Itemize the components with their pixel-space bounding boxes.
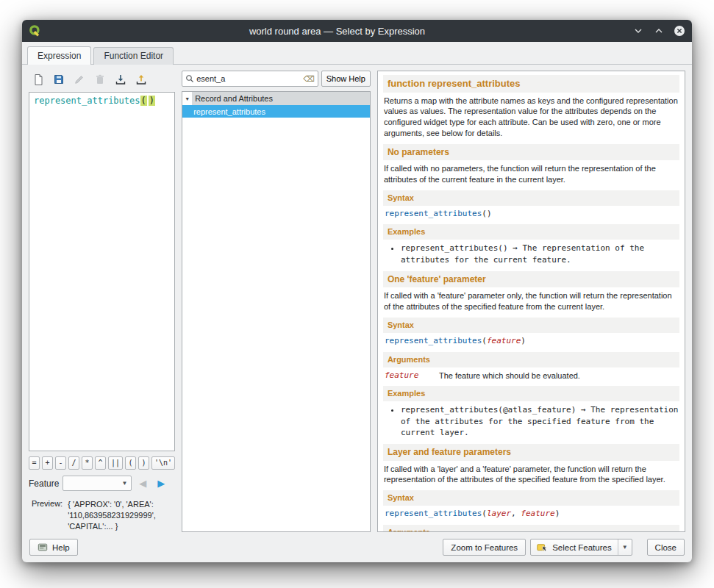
expression-open-paren: (: [140, 96, 147, 106]
operator-button-8[interactable]: ): [138, 456, 149, 470]
select-features-icon: [537, 542, 548, 552]
select-by-expression-dialog: world round area — Select by Expression …: [22, 20, 692, 562]
help-subheading: Arguments: [383, 352, 679, 368]
help-title: function represent_attributes: [383, 75, 679, 93]
expression-toolbar: [29, 71, 175, 87]
operator-button-6[interactable]: ||: [108, 456, 123, 470]
function-list-panel: ⌫ Show Help ▼ Record and Attributes repr…: [182, 71, 371, 532]
dialog-content: represent_attributes() =+-/*^||()'\n' Fe…: [22, 65, 692, 537]
operator-button-9[interactable]: '\n': [151, 456, 175, 470]
function-tree: ▼ Record and Attributes represent_attrib…: [182, 91, 371, 532]
help-paragraph: If called with no parameters, the functi…: [384, 163, 679, 185]
arguments-table: featureThe feature which should be evalu…: [385, 370, 678, 381]
help-section-heading: One 'feature' parameter: [383, 271, 679, 287]
tree-group-record-and-attributes[interactable]: ▼ Record and Attributes: [182, 92, 370, 105]
qgis-logo-icon: [29, 24, 42, 37]
expression-editor[interactable]: represent_attributes(): [29, 92, 175, 451]
minimize-button[interactable]: [632, 25, 644, 37]
select-features-dropdown-arrow[interactable]: ▼: [618, 539, 632, 555]
help-button-label: Help: [52, 543, 70, 552]
expander-icon[interactable]: ▼: [182, 96, 192, 101]
help-paragraph: Returns a map with the attribute names a…: [384, 96, 679, 139]
feature-label: Feature: [29, 478, 59, 489]
syntax-code: represent_attributes(feature): [385, 336, 678, 347]
examples-list: represent_attributes() → The representat…: [401, 243, 679, 265]
help-subheading: Syntax: [383, 190, 679, 206]
tab-bar: Expression Function Editor: [22, 42, 692, 65]
help-section-heading: No parameters: [383, 144, 679, 160]
help-subheading: Syntax: [383, 490, 679, 506]
operator-button-2[interactable]: -: [55, 456, 66, 470]
help-panel: function represent_attributes Returns a …: [377, 71, 685, 532]
next-feature-button[interactable]: ▶: [154, 476, 168, 491]
expression-panel: represent_attributes() =+-/*^||()'\n' Fe…: [29, 71, 175, 532]
chevron-down-icon: ▼: [121, 480, 127, 487]
select-features-label: Select Features: [552, 543, 612, 552]
feature-row: Feature ▼ ◀ ▶: [29, 476, 175, 491]
search-icon: [185, 74, 194, 83]
select-features-button[interactable]: Select Features ▼: [530, 539, 632, 556]
help-icon: [38, 542, 48, 553]
edit-expression-button[interactable]: [70, 71, 88, 87]
operator-button-5[interactable]: ^: [95, 456, 106, 470]
operator-row: =+-/*^||()'\n': [29, 456, 175, 470]
close-button[interactable]: [674, 25, 685, 37]
dialog-footer: Help Zoom to Features Select Features ▼ …: [22, 537, 692, 562]
window-title: world round area — Select by Expression: [46, 26, 628, 37]
help-content: Returns a map with the attribute names a…: [383, 96, 679, 532]
close-dialog-label: Close: [655, 543, 676, 552]
help-section-heading: Layer and feature parameters: [383, 444, 679, 460]
zoom-to-features-button[interactable]: Zoom to Features: [443, 539, 526, 556]
search-box[interactable]: ⌫: [182, 71, 318, 87]
search-input[interactable]: [196, 74, 301, 83]
help-subheading: Examples: [383, 224, 679, 240]
expression-code-function: represent_attributes: [34, 96, 140, 106]
argument-description: The feature which should be evaluated.: [439, 370, 580, 381]
tab-expression[interactable]: Expression: [27, 46, 91, 65]
syntax-code: represent_attributes(layer, feature): [385, 509, 678, 520]
new-expression-button[interactable]: [29, 71, 47, 87]
help-paragraph: If called with a 'layer' and a 'feature'…: [384, 464, 679, 486]
operator-button-0[interactable]: =: [29, 456, 40, 470]
zoom-to-features-label: Zoom to Features: [451, 543, 518, 552]
tab-function-editor[interactable]: Function Editor: [93, 47, 174, 65]
expression-close-paren: ): [149, 96, 155, 106]
delete-expression-button[interactable]: [90, 71, 109, 87]
show-help-button[interactable]: Show Help: [321, 71, 371, 87]
examples-list: represent_attributes(@atlas_feature) → T…: [401, 404, 679, 438]
operator-button-3[interactable]: /: [68, 456, 79, 470]
help-subheading: Arguments: [383, 525, 679, 532]
search-row: ⌫ Show Help: [182, 71, 371, 87]
previous-feature-button[interactable]: ◀: [135, 476, 150, 491]
tree-items: represent_attributes: [182, 105, 370, 118]
feature-combobox[interactable]: ▼: [63, 476, 132, 491]
preview-label: Preview:: [32, 499, 63, 508]
syntax-code: represent_attributes(): [385, 209, 678, 220]
help-subheading: Syntax: [383, 318, 679, 333]
preview-value: { 'APPROX': '0', 'AREA': '110,8639582319…: [68, 499, 167, 532]
help-subheading: Examples: [383, 386, 679, 401]
import-expressions-button[interactable]: [111, 71, 129, 87]
clear-search-icon[interactable]: ⌫: [303, 75, 315, 83]
operator-button-4[interactable]: *: [82, 456, 93, 470]
example-item: represent_attributes() → The representat…: [401, 243, 679, 265]
operator-button-1[interactable]: +: [42, 456, 53, 470]
preview-row: Preview: { 'APPROX': '0', 'AREA': '110,8…: [29, 499, 175, 532]
export-expressions-button[interactable]: [132, 71, 150, 87]
tree-item-represent_attributes[interactable]: represent_attributes: [182, 105, 370, 118]
argument-name: feature: [385, 370, 427, 381]
save-expression-button[interactable]: [49, 71, 68, 87]
help-paragraph: If called with a 'feature' parameter onl…: [384, 290, 679, 312]
titlebar[interactable]: world round area — Select by Expression: [22, 20, 692, 42]
maximize-button[interactable]: [653, 25, 665, 37]
tree-group-label: Record and Attributes: [192, 92, 370, 105]
help-column: function represent_attributes Returns a …: [377, 71, 685, 532]
example-item: represent_attributes(@atlas_feature) → T…: [401, 404, 679, 438]
help-button[interactable]: Help: [29, 539, 78, 556]
operator-button-7[interactable]: (: [125, 456, 136, 470]
close-dialog-button[interactable]: Close: [647, 539, 685, 556]
